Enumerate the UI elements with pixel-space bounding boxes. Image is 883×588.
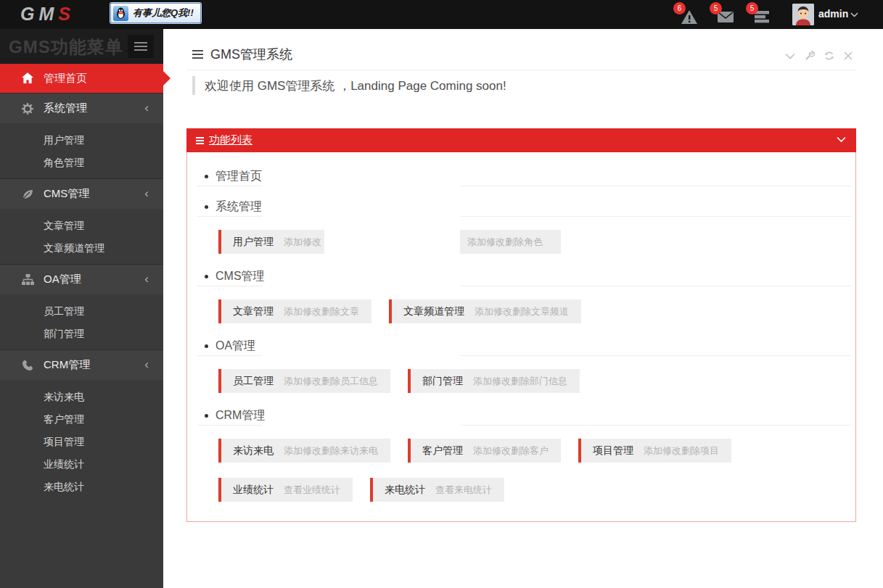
notifications-button[interactable]: 6 (681, 9, 698, 25)
module-chip-employees[interactable]: 员工管理 添加修改删除员工信息 (218, 369, 390, 393)
sidebar-subitem-roles[interactable]: 角色管理 (0, 152, 163, 174)
gear-icon (22, 103, 34, 115)
tasks-button[interactable]: 5 (753, 9, 771, 25)
module-chip-performance-stats[interactable]: 业绩统计 查看业绩统计 (218, 478, 353, 502)
sidebar-subitem-users[interactable]: 用户管理 (0, 129, 163, 152)
sidebar-submenu-cms: 文章管理 文章频道管理 (0, 209, 163, 264)
main-content: GMS管理系统 欢迎使用 (163, 29, 883, 588)
hamburger-icon (196, 137, 204, 144)
username-label[interactable]: admin (818, 8, 848, 20)
divider (197, 425, 263, 426)
chip-row-system: 用户管理 添加修改 (218, 230, 324, 254)
module-chip-users[interactable]: 用户管理 添加修改 (218, 230, 324, 254)
messages-button[interactable]: 5 (717, 9, 734, 25)
home-icon (22, 73, 34, 84)
sidebar-subitem-projects[interactable]: 项目管理 (0, 431, 163, 453)
bullet-icon (205, 205, 208, 209)
sidebar-subitem-visits-calls[interactable]: 来访来电 (0, 386, 163, 408)
sidebar-subitem-call-stats[interactable]: 来电统计 (0, 476, 163, 498)
leaf-icon (22, 189, 34, 200)
module-chip-articles[interactable]: 文章管理 添加修改删除文章 (218, 299, 371, 323)
divider (197, 355, 263, 356)
function-list-panel: 功能列表 管理首页 系统管理 用户管理 添加修 (186, 128, 856, 522)
divider (197, 286, 263, 286)
divider (461, 425, 851, 426)
content-header-actions (785, 51, 853, 61)
sidebar-item-label: CRM管理 (44, 358, 90, 372)
sidebar-item-cms[interactable]: CMS管理 ‹ (0, 178, 163, 209)
divider (197, 216, 263, 217)
function-list-body: 管理首页 系统管理 用户管理 添加修改 添加修改删除角色 (186, 152, 856, 522)
sidebar-item-label: CMS管理 (44, 187, 89, 201)
chip-row-oa: 员工管理 添加修改删除员工信息 部门管理 添加修改删除部门信息 (218, 369, 580, 393)
section-title-home: 管理首页 (205, 169, 262, 183)
sidebar-subitem-customers[interactable]: 客户管理 (0, 408, 163, 431)
sidebar-item-home[interactable]: 管理首页 (0, 64, 163, 93)
content-header: GMS管理系统 (192, 46, 292, 63)
qq-contact-badge[interactable]: 有事儿您Q我!! (110, 3, 201, 23)
sitemap-icon (22, 274, 34, 286)
section-title-oa: OA管理 (205, 339, 255, 353)
module-chip-roles-fragment[interactable]: 添加修改删除角色 (460, 230, 561, 254)
sidebar-item-crm[interactable]: CRM管理 ‹ (0, 349, 163, 380)
bullet-icon (205, 414, 208, 418)
wrench-icon[interactable] (805, 51, 815, 61)
sidebar-item-system[interactable]: 系统管理 ‹ (0, 93, 163, 123)
section-title-cms: CMS管理 (205, 269, 265, 283)
chevron-left-icon: ‹ (144, 102, 149, 114)
qq-badge-label: 有事儿您Q我!! (133, 7, 194, 20)
function-list-title[interactable]: 功能列表 (209, 133, 252, 147)
user-avatar[interactable] (792, 4, 814, 25)
sidebar-item-oa[interactable]: OA管理 ‹ (0, 264, 163, 294)
bullet-icon (205, 175, 208, 178)
module-chip-call-stats[interactable]: 来电统计 查看来电统计 (370, 478, 504, 502)
section-title-crm: CRM管理 (205, 408, 265, 423)
sidebar-subitem-employees[interactable]: 员工管理 (0, 300, 163, 323)
sidebar-item-label: 系统管理 (44, 102, 87, 115)
chevron-down-icon[interactable] (850, 12, 858, 17)
task-count-badge: 5 (746, 2, 758, 15)
chevron-left-icon: ‹ (144, 273, 149, 285)
module-chip-projects[interactable]: 项目管理 添加修改删除项目 (578, 439, 731, 463)
sidebar-submenu-system: 用户管理 角色管理 (0, 123, 163, 178)
sidebar-subitem-articles[interactable]: 文章管理 (0, 215, 163, 237)
bullet-icon (205, 344, 208, 348)
logo-text-gm: GM (20, 4, 58, 24)
chip-row-crm-2: 业绩统计 查看业绩统计 来电统计 查看来电统计 (218, 478, 504, 502)
divider (461, 186, 851, 186)
function-list-header: 功能列表 (186, 128, 856, 152)
sidebar-subitem-performance-stats[interactable]: 业绩统计 (0, 453, 163, 476)
message-count-badge: 5 (710, 2, 722, 15)
divider (197, 186, 263, 186)
header-divider (187, 70, 856, 70)
module-chip-departments[interactable]: 部门管理 添加修改删除部门信息 (408, 369, 580, 393)
panel-collapse-chevron-icon[interactable] (837, 136, 846, 143)
module-chip-customers[interactable]: 客户管理 添加修改删除客户 (408, 439, 561, 463)
chip-row-crm-1: 来访来电 添加修改删除来访来电 客户管理 添加修改删除客户 项目管理 添加修改删… (218, 439, 731, 463)
welcome-text: 欢迎使用 GMS管理系统 ，Landing Page Coming soon! (205, 78, 506, 94)
chip-row-cms: 文章管理 添加修改删除文章 文章频道管理 添加修改删除文章频道 (218, 299, 581, 323)
sidebar-item-label: 管理首页 (44, 72, 87, 86)
close-icon[interactable] (844, 51, 853, 60)
sidebar: GMS功能菜单 管理首页 系统管理 ‹ 用户管理 角色 (0, 29, 163, 588)
sidebar-submenu-crm: 来访来电 客户管理 项目管理 业绩统计 来电统计 (0, 380, 163, 502)
chevron-left-icon: ‹ (144, 358, 149, 370)
module-chip-article-channels[interactable]: 文章频道管理 添加修改删除文章频道 (389, 299, 581, 323)
hamburger-icon (192, 50, 203, 59)
logo-text-s: S (58, 4, 75, 24)
divider (461, 216, 851, 217)
sidebar-collapse-button[interactable] (128, 35, 154, 58)
bullet-icon (205, 275, 208, 278)
collapse-chevron-icon[interactable] (785, 53, 795, 59)
page-title: GMS管理系统 (210, 46, 292, 63)
module-chip-visits-calls[interactable]: 来访来电 添加修改删除来访来电 (218, 439, 390, 463)
welcome-alert: 欢迎使用 GMS管理系统 ，Landing Page Coming soon! (192, 76, 506, 95)
top-bar: GMS 有事儿您Q我!! 6 (0, 0, 883, 29)
sidebar-subitem-departments[interactable]: 部门管理 (0, 323, 163, 345)
divider (461, 355, 851, 356)
notification-count-badge: 6 (673, 2, 686, 15)
chevron-left-icon: ‹ (144, 187, 149, 199)
sidebar-subitem-article-channels[interactable]: 文章频道管理 (0, 237, 163, 260)
refresh-icon[interactable] (824, 51, 834, 61)
phone-icon (22, 360, 34, 371)
